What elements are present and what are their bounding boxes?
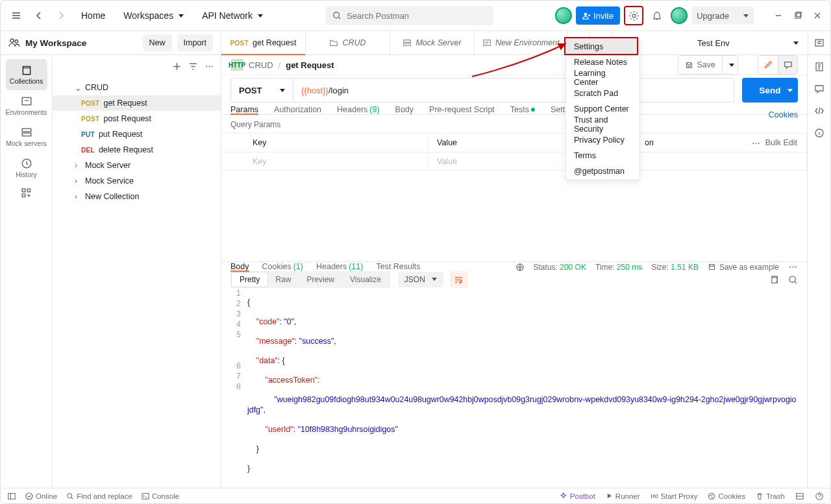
comment-mode-button[interactable]: [778, 56, 797, 74]
nav-mock-servers[interactable]: Mock servers: [6, 121, 47, 152]
more-icon[interactable]: [205, 62, 214, 71]
breadcrumb-collection[interactable]: CRUD: [249, 60, 273, 70]
invite-button[interactable]: Invite: [576, 6, 620, 25]
menu-getpostman[interactable]: @getpostman: [566, 163, 639, 179]
view-pretty[interactable]: Pretty: [232, 272, 267, 287]
menu-support-center[interactable]: Support Center: [566, 101, 639, 117]
reqtab-tests[interactable]: Tests: [510, 105, 535, 114]
resptab-testresults[interactable]: Test Results: [376, 262, 420, 271]
tree-item-put-request[interactable]: PUTput Request: [53, 126, 221, 142]
settings-gear-button[interactable]: [624, 6, 643, 25]
pane-toggle-icon[interactable]: [7, 492, 16, 501]
user-avatar[interactable]: [671, 7, 688, 24]
view-raw[interactable]: Raw: [267, 272, 299, 287]
tree-item-get-request[interactable]: POSTget Request: [53, 95, 221, 111]
status-runner[interactable]: Runner: [606, 492, 640, 500]
menu-scratch-pad[interactable]: Scratch Pad: [566, 86, 639, 101]
reqtab-body[interactable]: Body: [395, 105, 414, 114]
send-button[interactable]: Send: [742, 78, 798, 102]
method-select[interactable]: POST: [231, 78, 293, 102]
code-icon[interactable]: [814, 106, 825, 116]
info-icon[interactable]: [814, 128, 825, 138]
window-maximize[interactable]: [790, 8, 806, 23]
import-button[interactable]: Import: [177, 34, 213, 51]
status-console[interactable]: Console: [142, 492, 179, 500]
search-input[interactable]: [347, 11, 487, 21]
search-bar[interactable]: [326, 6, 493, 25]
filter-icon[interactable]: [188, 62, 198, 71]
copy-icon[interactable]: [769, 275, 779, 285]
view-preview[interactable]: Preview: [299, 272, 342, 287]
tree-folder-new-collection[interactable]: ›New Collection: [53, 189, 221, 204]
upgrade-button[interactable]: Upgrade: [691, 6, 754, 25]
menu-release-notes[interactable]: Release Notes: [566, 54, 639, 70]
comments-icon[interactable]: [814, 84, 825, 94]
tree-folder-crud[interactable]: ⌄CRUD: [53, 80, 221, 95]
nav-history[interactable]: History: [6, 152, 47, 184]
window-close[interactable]: [810, 8, 825, 23]
nav-more[interactable]: [6, 184, 47, 203]
menu-learning-center[interactable]: Learning Center: [566, 70, 639, 86]
two-pane-icon[interactable]: [795, 492, 804, 501]
nav-home[interactable]: Home: [73, 6, 113, 25]
tab-new-environment[interactable]: New Environment: [475, 31, 568, 54]
reqtab-authorization[interactable]: Authorization: [274, 105, 321, 114]
reqtab-prerequest[interactable]: Pre-request Script: [429, 105, 495, 114]
nav-back-button[interactable]: [29, 6, 49, 25]
status-online[interactable]: Online: [25, 492, 57, 500]
save-dropdown-button[interactable]: [723, 55, 738, 75]
menu-terms[interactable]: Terms: [566, 148, 639, 163]
menu-privacy-policy[interactable]: Privacy Policy: [566, 132, 639, 148]
environment-selector[interactable]: Test Env: [688, 31, 808, 54]
save-as-example-button[interactable]: Save as example: [708, 263, 779, 272]
globe-icon[interactable]: [515, 263, 525, 272]
menu-settings[interactable]: Settings: [566, 39, 639, 54]
save-button[interactable]: Save: [678, 55, 723, 75]
cookies-link[interactable]: Cookies: [769, 110, 798, 119]
resptab-body[interactable]: Body: [230, 262, 249, 271]
edit-mode-button[interactable]: [758, 56, 778, 74]
description-input[interactable]: [636, 152, 807, 170]
plus-icon[interactable]: [172, 62, 182, 71]
nav-forward-button[interactable]: [51, 6, 71, 25]
nav-environments[interactable]: Environments: [6, 90, 47, 121]
reqtab-headers[interactable]: Headers (9): [337, 105, 380, 114]
key-input[interactable]: Key: [221, 152, 428, 170]
nav-api-network[interactable]: API Network: [194, 6, 271, 25]
url-input[interactable]: {{host}}/login: [293, 86, 734, 95]
menu-trust-security[interactable]: Trust and Security: [566, 117, 639, 132]
user-avatar-small[interactable]: [555, 7, 572, 24]
workspace-title[interactable]: My Workspace: [25, 38, 138, 48]
tab-mock-server[interactable]: Mock Server: [390, 31, 475, 54]
env-quicklook-button[interactable]: [808, 31, 830, 54]
nav-collections[interactable]: Collections: [6, 59, 47, 90]
window-minimize[interactable]: [771, 8, 786, 23]
bulk-edit-button[interactable]: ⋯Bulk Edit: [752, 138, 797, 148]
reqtab-params[interactable]: Params: [230, 105, 258, 114]
notifications-button[interactable]: [647, 6, 667, 25]
nav-workspaces[interactable]: Workspaces: [116, 6, 192, 25]
status-find-replace[interactable]: Find and replace: [66, 492, 132, 500]
chevron-down-icon[interactable]: [785, 86, 793, 95]
resptab-cookies[interactable]: Cookies (1): [262, 262, 303, 271]
view-visualize[interactable]: Visualize: [342, 272, 389, 287]
status-cookies[interactable]: Cookies: [708, 492, 745, 500]
status-postbot[interactable]: Postbot: [560, 492, 595, 500]
tree-item-delete-request[interactable]: DELdelete Request: [53, 142, 221, 158]
wrap-lines-button[interactable]: [450, 271, 468, 288]
tab-get-request[interactable]: POST get Request: [221, 31, 306, 54]
resptab-headers[interactable]: Headers (11): [316, 262, 363, 271]
docs-icon[interactable]: [814, 62, 825, 72]
help-icon[interactable]: [815, 492, 824, 501]
search-response-icon[interactable]: [788, 275, 798, 285]
tree-folder-mock-service[interactable]: ›Mock Service: [53, 173, 221, 189]
hamburger-icon[interactable]: [6, 6, 27, 25]
status-trash[interactable]: Trash: [756, 492, 785, 500]
more-icon[interactable]: [788, 262, 798, 272]
response-type-select[interactable]: JSON: [398, 272, 443, 287]
new-button[interactable]: New: [143, 34, 172, 51]
tree-folder-mock-server[interactable]: ›Mock Server: [53, 158, 221, 173]
tree-item-post-request[interactable]: POSTpost Request: [53, 111, 221, 126]
status-start-proxy[interactable]: Start Proxy: [651, 492, 698, 500]
tab-crud[interactable]: CRUD: [306, 31, 390, 54]
